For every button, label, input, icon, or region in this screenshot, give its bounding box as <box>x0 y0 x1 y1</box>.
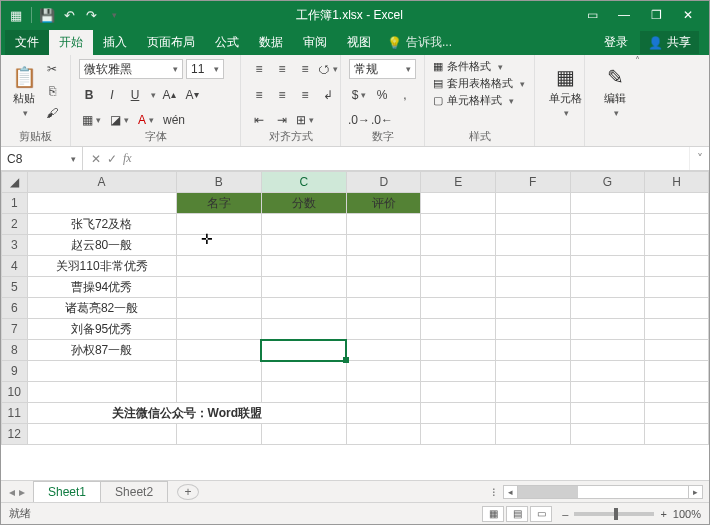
col-header-F[interactable]: F <box>496 172 571 193</box>
col-header-D[interactable]: D <box>346 172 421 193</box>
page-layout-view-button[interactable]: ▤ <box>506 506 528 522</box>
font-size-select[interactable]: 11▾ <box>186 59 224 79</box>
sheet-nav-prev[interactable]: ◂ <box>9 485 15 499</box>
cut-button[interactable]: ✂ <box>42 59 62 79</box>
row-header[interactable]: 10 <box>2 382 28 403</box>
comma-button[interactable]: , <box>395 85 415 105</box>
row-header[interactable]: 9 <box>2 361 28 382</box>
cell[interactable]: 名字 <box>176 193 261 214</box>
font-color-button[interactable]: A▾ <box>135 110 157 130</box>
format-painter-button[interactable]: 🖌 <box>42 103 62 123</box>
decrease-indent-button[interactable]: ⇤ <box>249 110 269 130</box>
cell[interactable]: 评价 <box>346 193 421 214</box>
row-header[interactable]: 2 <box>2 214 28 235</box>
col-header-C[interactable]: C <box>261 172 346 193</box>
currency-button[interactable]: $▾ <box>349 85 369 105</box>
align-top-button[interactable]: ≡ <box>249 59 269 79</box>
new-sheet-button[interactable]: + <box>177 484 199 500</box>
cell[interactable]: 关注微信公众号：Word联盟 <box>27 403 346 424</box>
save-button[interactable]: 💾 <box>38 6 56 24</box>
phonetic-button[interactable]: wén <box>160 110 188 130</box>
row-header[interactable]: 1 <box>2 193 28 214</box>
zoom-slider[interactable] <box>574 512 654 516</box>
tab-layout[interactable]: 页面布局 <box>137 30 205 55</box>
cell[interactable]: 张飞72及格 <box>27 214 176 235</box>
col-header-B[interactable]: B <box>176 172 261 193</box>
cell[interactable]: 孙权87一般 <box>27 340 176 361</box>
horizontal-scrollbar[interactable]: ◂ ▸ <box>503 485 703 499</box>
sheet-tab-active[interactable]: Sheet1 <box>33 481 101 502</box>
sheet-nav-next[interactable]: ▸ <box>19 485 25 499</box>
enter-formula-button[interactable]: ✓ <box>107 152 117 166</box>
format-as-table-button[interactable]: ▤套用表格格式▾ <box>433 76 526 91</box>
redo-button[interactable]: ↷ <box>82 6 100 24</box>
bold-button[interactable]: B <box>79 85 99 105</box>
page-break-view-button[interactable]: ▭ <box>530 506 552 522</box>
col-header-G[interactable]: G <box>570 172 645 193</box>
col-header-A[interactable]: A <box>27 172 176 193</box>
underline-button[interactable]: U <box>125 85 145 105</box>
sheet-tab[interactable]: Sheet2 <box>100 481 168 502</box>
restore-button[interactable]: ❐ <box>641 5 671 25</box>
row-header[interactable]: 6 <box>2 298 28 319</box>
scroll-right-button[interactable]: ▸ <box>688 486 702 498</box>
minimize-button[interactable]: — <box>609 5 639 25</box>
italic-button[interactable]: I <box>102 85 122 105</box>
ribbon-options-button[interactable]: ▭ <box>577 5 607 25</box>
cell[interactable]: 刘备95优秀 <box>27 319 176 340</box>
zoom-out-button[interactable]: – <box>562 508 568 520</box>
select-all-button[interactable]: ◢ <box>2 172 28 193</box>
col-header-H[interactable]: H <box>645 172 709 193</box>
fx-icon[interactable]: fx <box>123 151 132 166</box>
percent-button[interactable]: % <box>372 85 392 105</box>
cell-styles-button[interactable]: ▢单元格样式▾ <box>433 93 526 108</box>
font-name-select[interactable]: 微软雅黑▾ <box>79 59 183 79</box>
scroll-left-button[interactable]: ◂ <box>504 486 518 498</box>
cell[interactable]: 赵云80一般 <box>27 235 176 256</box>
tab-review[interactable]: 审阅 <box>293 30 337 55</box>
align-left-button[interactable]: ≡ <box>249 85 269 105</box>
number-format-select[interactable]: 常规▾ <box>349 59 416 79</box>
increase-indent-button[interactable]: ⇥ <box>272 110 292 130</box>
row-header[interactable]: 5 <box>2 277 28 298</box>
cell[interactable]: 关羽110非常优秀 <box>27 256 176 277</box>
cell[interactable]: 曹操94优秀 <box>27 277 176 298</box>
expand-formula-bar-button[interactable]: ˅ <box>689 147 709 170</box>
align-right-button[interactable]: ≡ <box>295 85 315 105</box>
align-bottom-button[interactable]: ≡ <box>295 59 315 79</box>
zoom-level[interactable]: 100% <box>673 508 701 520</box>
zoom-in-button[interactable]: + <box>660 508 666 520</box>
close-button[interactable]: ✕ <box>673 5 703 25</box>
cancel-formula-button[interactable]: ✕ <box>91 152 101 166</box>
conditional-format-button[interactable]: ▦条件格式▾ <box>433 59 526 74</box>
login-link[interactable]: 登录 <box>598 30 634 55</box>
tab-file[interactable]: 文件 <box>5 30 49 55</box>
scroll-thumb[interactable] <box>518 486 578 498</box>
normal-view-button[interactable]: ▦ <box>482 506 504 522</box>
align-middle-button[interactable]: ≡ <box>272 59 292 79</box>
increase-font-button[interactable]: A▴ <box>159 85 179 105</box>
row-header[interactable]: 7 <box>2 319 28 340</box>
align-center-button[interactable]: ≡ <box>272 85 292 105</box>
row-header[interactable]: 11 <box>2 403 28 424</box>
selected-cell[interactable] <box>261 340 346 361</box>
copy-button[interactable]: ⎘ <box>42 81 62 101</box>
orientation-button[interactable]: ⭯▾ <box>318 59 338 79</box>
tell-me[interactable]: 💡告诉我... <box>381 30 458 55</box>
decrease-decimal-button[interactable]: .0← <box>372 110 392 130</box>
tab-data[interactable]: 数据 <box>249 30 293 55</box>
decrease-font-button[interactable]: A▾ <box>182 85 202 105</box>
tab-formulas[interactable]: 公式 <box>205 30 249 55</box>
tab-home[interactable]: 开始 <box>49 30 93 55</box>
tab-insert[interactable]: 插入 <box>93 30 137 55</box>
wrap-text-button[interactable]: ↲ <box>318 85 338 105</box>
col-header-E[interactable]: E <box>421 172 496 193</box>
increase-decimal-button[interactable]: .0→ <box>349 110 369 130</box>
undo-button[interactable]: ↶ <box>60 6 78 24</box>
cell[interactable]: 分数 <box>261 193 346 214</box>
row-header[interactable]: 4 <box>2 256 28 277</box>
merge-button[interactable]: ⊞▾ <box>295 110 315 130</box>
cells-button[interactable]: ▦单元格▾ <box>543 59 587 123</box>
borders-button[interactable]: ▦▾ <box>79 110 104 130</box>
worksheet-grid[interactable]: ◢ A B C D E F G H 1名字分数评价 2张飞72及格 3赵云80一… <box>1 171 709 480</box>
